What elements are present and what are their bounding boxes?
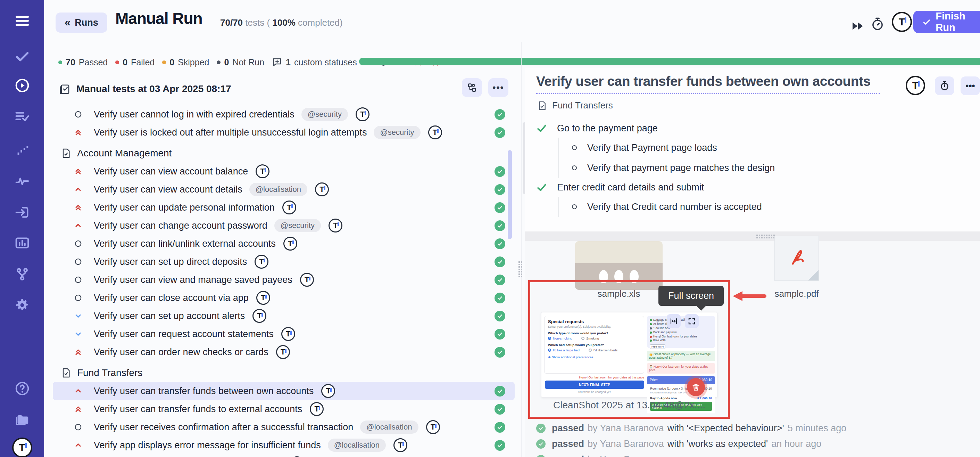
status-passed-icon: [495, 127, 505, 138]
test-row[interactable]: Verify user can close account via appT: [53, 289, 515, 307]
resize-width-icon: [670, 317, 678, 325]
automated-test-icon[interactable]: T: [255, 255, 269, 268]
horizontal-splitter[interactable]: [525, 232, 980, 241]
breadcrumb[interactable]: Fund Transfers: [537, 100, 613, 111]
section-row[interactable]: Fund Transfers: [53, 364, 515, 382]
history-status: passed: [552, 423, 584, 434]
test-title: Verify user can view account balance: [94, 166, 248, 177]
detail-more-button[interactable]: •••: [961, 77, 980, 95]
automated-test-icon[interactable]: T: [300, 273, 314, 287]
priority-up2-icon: [73, 127, 83, 137]
fullscreen-icon: [687, 317, 696, 325]
sidebar-import-icon[interactable]: [0, 201, 44, 224]
tree-view-button[interactable]: [462, 78, 482, 97]
priority-down-icon: [73, 329, 83, 339]
automated-test-icon[interactable]: T: [329, 219, 342, 232]
test-row[interactable]: Verify user receives confirmation after …: [53, 418, 515, 436]
automated-test-icon[interactable]: T: [426, 420, 440, 434]
mini-radio-smoking: Smoking: [581, 336, 599, 340]
automated-test-icon[interactable]: T: [253, 309, 266, 323]
automated-test-icon[interactable]: T: [283, 236, 297, 251]
test-row[interactable]: Verify user can view account balanceT: [53, 162, 515, 181]
section-row[interactable]: Account Management: [53, 144, 515, 162]
app-logo-icon[interactable]: T: [892, 12, 912, 32]
sidebar-play-circle-icon[interactable]: [0, 74, 44, 97]
automated-test-icon[interactable]: T: [315, 182, 329, 197]
test-title: Verify user can view and manage saved pa…: [94, 275, 293, 285]
fast-forward-icon[interactable]: [850, 19, 865, 34]
test-row[interactable]: Verify user cannot log in with expired c…: [53, 105, 515, 123]
status-passed-icon: [495, 221, 505, 231]
test-row[interactable]: Verify user can transfer funds between o…: [53, 382, 515, 400]
test-row[interactable]: Verify user can link/unlink external acc…: [53, 235, 515, 252]
test-row[interactable]: Verify user is locked out after multiple…: [53, 123, 515, 141]
test-title: Verify user is locked out after multiple…: [94, 127, 367, 138]
back-to-runs-button[interactable]: « Runs: [56, 13, 107, 33]
test-row[interactable]: Verify user can change account password@…: [53, 217, 515, 235]
test-step[interactable]: Enter credit card details and submit: [536, 178, 967, 197]
test-substep[interactable]: Verify that Credit card number is accept…: [572, 197, 967, 217]
test-row[interactable]: Verify user can order new checks or card…: [53, 343, 515, 361]
automated-test-icon[interactable]: T: [428, 125, 442, 139]
automated-test-icon[interactable]: T: [356, 107, 369, 121]
test-row[interactable]: Verify app displays error message for in…: [53, 436, 515, 454]
panel-resize-handle[interactable]: [519, 261, 524, 279]
sidebar-folders-icon[interactable]: [0, 408, 44, 431]
automated-test-icon[interactable]: T: [321, 384, 335, 398]
delete-attachment-button[interactable]: [687, 378, 705, 396]
automated-test-icon[interactable]: T: [393, 438, 407, 452]
resize-width-button[interactable]: [667, 314, 681, 328]
history-row: passedby Yana Baranova: [536, 452, 967, 457]
sidebar-menu-icon[interactable]: [0, 10, 44, 32]
sidebar-gear-icon[interactable]: [0, 294, 44, 316]
list-more-button[interactable]: •••: [488, 78, 508, 97]
automated-test-icon[interactable]: T: [906, 76, 925, 95]
test-title: Verify user cannot log in with expired c…: [94, 109, 294, 120]
finish-run-button[interactable]: Finish Run: [913, 11, 980, 33]
status-label: Not Run: [232, 58, 264, 67]
automated-test-icon[interactable]: T: [282, 201, 296, 214]
sidebar-steps-icon[interactable]: [0, 139, 44, 161]
sidebar-pulse-icon[interactable]: [0, 170, 44, 192]
test-substep[interactable]: Verify that Payment page loads: [572, 137, 967, 158]
sidebar-logo-icon[interactable]: T: [0, 436, 44, 457]
fullscreen-button[interactable]: [685, 314, 699, 328]
test-substep[interactable]: Verify that payment page matches the des…: [572, 158, 967, 178]
automated-test-icon[interactable]: T: [276, 345, 290, 359]
automated-test-icon[interactable]: T: [310, 402, 324, 416]
test-step[interactable]: Go to the payment page: [536, 119, 967, 137]
test-title: Verify user can view account details: [94, 184, 242, 195]
test-row[interactable]: Verify user can schedule future fund tra…: [53, 454, 515, 457]
automated-test-icon[interactable]: T: [256, 291, 270, 305]
timer-button[interactable]: [935, 77, 954, 95]
sidebar-check-icon[interactable]: [0, 45, 44, 67]
test-row[interactable]: Verify user can view account details@loc…: [53, 181, 515, 198]
list-scrollbar[interactable]: [508, 150, 512, 239]
test-row[interactable]: Verify user can view and manage saved pa…: [53, 271, 515, 289]
status-dot-icon: [115, 61, 119, 64]
pdf-icon: [783, 243, 810, 269]
test-row[interactable]: Verify user can set up direct depositsT: [53, 252, 515, 271]
test-row[interactable]: Verify user can update personal informat…: [53, 198, 515, 217]
priority-up-icon: [73, 221, 83, 231]
test-row[interactable]: Verify user can transfer funds to extern…: [53, 400, 515, 418]
automated-test-icon[interactable]: T: [281, 327, 295, 341]
history-author: by Yana Baranova: [588, 454, 664, 457]
sidebar-list-check-icon[interactable]: [0, 105, 44, 128]
test-row[interactable]: Verify user can set up account alertsT: [53, 307, 515, 325]
run-datetime-title: Manual tests at 03 Apr 2025 08:17: [76, 83, 231, 94]
test-title[interactable]: Verify user can transfer funds between o…: [536, 74, 880, 94]
sidebar-branch-icon[interactable]: [0, 263, 44, 285]
status-number: 0: [123, 58, 127, 67]
test-row[interactable]: Verify user can request account statemen…: [53, 325, 515, 343]
automated-test-icon[interactable]: T: [256, 165, 269, 178]
status-count-failed: 0Failed: [115, 58, 154, 67]
stopwatch-icon[interactable]: [870, 17, 885, 31]
custom-statuses-dropdown[interactable]: 1custom statuses∨: [272, 57, 366, 67]
sidebar-help-icon[interactable]: [0, 377, 44, 399]
section-title: Fund Transfers: [77, 368, 142, 379]
sidebar-bar-chart-icon[interactable]: [0, 232, 44, 254]
attachment-pdf-thumbnail[interactable]: [775, 236, 819, 281]
status-count-passed: 70Passed: [58, 58, 108, 67]
test-list: Verify user cannot log in with expired c…: [53, 105, 515, 457]
